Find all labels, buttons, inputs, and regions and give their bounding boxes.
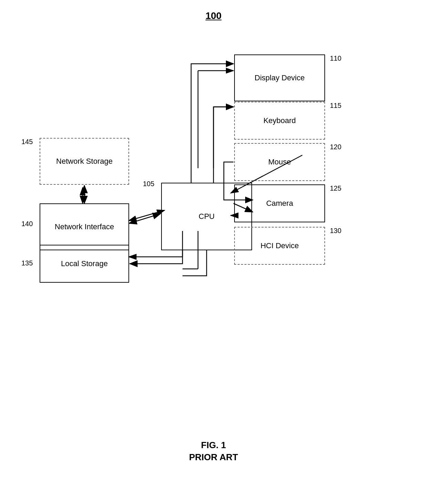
ref-110: 110: [330, 54, 341, 62]
figure-number: 100: [206, 10, 222, 21]
network-interface-label: Network Interface: [55, 222, 114, 232]
figure-caption: FIG. 1 PRIOR ART: [189, 440, 238, 463]
ref-145: 145: [21, 138, 33, 146]
page-container: 100: [0, 0, 427, 504]
ref-105: 105: [143, 180, 154, 188]
hci-box: HCI Device: [234, 227, 325, 265]
network-interface-box: Network Interface: [40, 203, 129, 250]
network-storage-label: Network Storage: [56, 157, 113, 167]
fig-prior-art: PRIOR ART: [189, 452, 238, 463]
fig-number: FIG. 1: [189, 440, 238, 451]
cpu-label: CPU: [199, 212, 215, 222]
mouse-box: Mouse: [234, 143, 325, 181]
svg-line-18: [129, 214, 160, 223]
ref-135: 135: [21, 259, 33, 267]
keyboard-label: Keyboard: [263, 116, 296, 126]
display-device-box: Display Device: [234, 54, 325, 101]
mouse-label: Mouse: [268, 157, 291, 167]
camera-label: Camera: [266, 199, 293, 209]
ref-125: 125: [330, 184, 341, 192]
camera-box: Camera: [234, 184, 325, 222]
svg-line-13: [129, 210, 165, 221]
local-storage-label: Local Storage: [61, 259, 108, 269]
display-label: Display Device: [254, 73, 305, 83]
hci-label: HCI Device: [260, 241, 299, 251]
network-storage-box: Network Storage: [40, 138, 129, 185]
ref-120: 120: [330, 143, 341, 151]
ref-115: 115: [330, 102, 341, 110]
keyboard-box: Keyboard: [234, 102, 325, 140]
ref-140: 140: [21, 220, 33, 228]
local-storage-box: Local Storage: [40, 245, 129, 283]
ref-130: 130: [330, 227, 341, 235]
